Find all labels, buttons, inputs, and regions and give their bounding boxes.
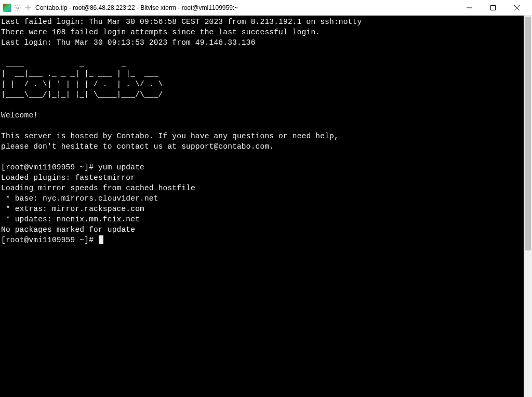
terminal-line: This server is hosted by Contabo. If you… xyxy=(1,132,339,140)
terminal-line: Welcome! xyxy=(1,111,38,120)
terminal-ascii: | __|___ ._ _ _| |_ ___ | |_ ___ xyxy=(1,70,177,78)
terminal-wrapper: Last failed login: Thu Mar 30 09:56:58 C… xyxy=(0,16,532,397)
terminal-line: No packages marked for update xyxy=(1,226,135,234)
title-icons xyxy=(3,4,32,12)
terminal-line: * base: nyc.mirrors.clouvider.net xyxy=(1,194,158,203)
plus-icon[interactable] xyxy=(24,4,32,12)
terminal-prompt: [root@vmi1109959 ~]# xyxy=(1,236,98,244)
scrollbar-thumb[interactable] xyxy=(525,17,531,250)
terminal-line: Loaded plugins: fastestmirror xyxy=(1,174,135,182)
terminal-ascii: ____ _ _ xyxy=(1,59,177,68)
terminal-ascii: | | / . \| ' | | | / . | . \/ . \ xyxy=(1,80,177,88)
terminal-cursor xyxy=(99,235,103,244)
terminal-line: * updates: nnenix.mm.fcix.net xyxy=(1,215,140,223)
terminal-line: Last login: Thu Mar 30 09:13:53 2023 fro… xyxy=(1,38,256,47)
terminal-line: Last failed login: Thu Mar 30 09:56:58 C… xyxy=(1,18,362,26)
maximize-button[interactable] xyxy=(481,0,505,15)
svg-point-0 xyxy=(17,7,19,9)
window-controls xyxy=(457,0,529,15)
terminal-prompt: [root@vmi1109959 ~]# yum update xyxy=(1,163,144,171)
bitvise-app-icon xyxy=(3,4,11,12)
terminal-line: * extras: mirror.rackspace.com xyxy=(1,205,144,213)
terminal-line: Loading mirror speeds from cached hostfi… xyxy=(1,184,195,192)
terminal-scrollbar[interactable] xyxy=(524,16,532,397)
title-bar: Contabo.tlp - root@86.48.28.223:22 - Bit… xyxy=(0,0,532,16)
terminal-ascii: |____\___/|_|_| |_| \____|___/\___/ xyxy=(1,90,177,99)
svg-rect-1 xyxy=(491,5,496,10)
terminal-line: please don't hesitate to contact us at s… xyxy=(1,142,274,151)
gear-icon[interactable] xyxy=(14,4,22,12)
terminal-line: There were 108 failed login attempts sin… xyxy=(1,28,320,36)
terminal[interactable]: Last failed login: Thu Mar 30 09:56:58 C… xyxy=(0,16,524,397)
close-button[interactable] xyxy=(505,0,529,15)
window-title: Contabo.tlp - root@86.48.28.223:22 - Bit… xyxy=(35,4,457,11)
minimize-button[interactable] xyxy=(457,0,481,15)
